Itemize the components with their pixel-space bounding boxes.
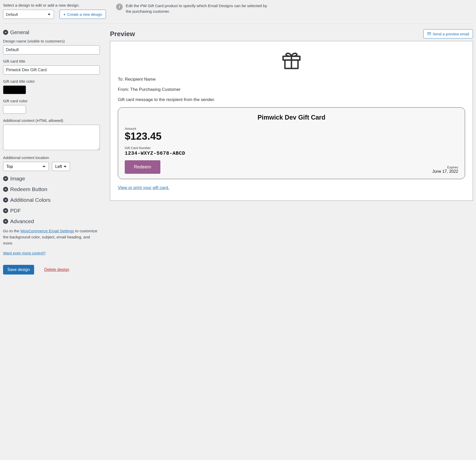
chevron-down-icon	[3, 208, 8, 213]
woocommerce-settings-link[interactable]: WooCommerce Email Settings	[20, 229, 74, 233]
gift-card-title-field: Gift card title	[3, 59, 100, 75]
section-advanced[interactable]: Advanced	[3, 218, 100, 224]
info-block: i Edit the PW Gift Card product to speci…	[116, 3, 473, 15]
preview-header: Preview Send a preview email	[110, 29, 473, 38]
design-select[interactable]: Default	[3, 10, 54, 19]
preview-to: To: Recipient Name	[118, 77, 465, 82]
additional-location-field: Additional content location Top Left	[3, 155, 100, 171]
delete-design-link[interactable]: Delete design	[44, 267, 69, 272]
additional-content-label: Additional content (HTML allowed)	[3, 118, 100, 123]
card-footer: Redeem Expires June 17, 2022	[125, 160, 458, 174]
section-pdf-label: PDF	[10, 208, 21, 214]
expires-date: June 17, 2022	[432, 169, 458, 174]
card-color-swatch[interactable]	[3, 105, 26, 114]
design-name-label: Design name (visible to customers)	[3, 39, 100, 44]
save-design-button[interactable]: Save design	[3, 265, 34, 275]
additional-content-field: Additional content (HTML allowed)	[3, 118, 100, 151]
plus-icon: +	[63, 12, 66, 17]
preview-frame: To: Recipient Name From: The Purchasing …	[110, 41, 473, 201]
helper-text: Go to the WooCommerce Email Settings to …	[3, 228, 100, 246]
send-preview-label: Send a preview email	[433, 32, 469, 36]
preview-title: Preview	[110, 30, 135, 38]
section-redeem-button[interactable]: Redeem Button	[3, 186, 100, 192]
main-columns: General Design name (visible to customer…	[3, 29, 473, 275]
save-row: Save design Delete design	[3, 265, 100, 275]
additional-content-textarea[interactable]	[3, 125, 100, 150]
section-pdf[interactable]: PDF	[3, 208, 100, 214]
gift-card-number: 1234-WXYZ-5678-ABCD	[125, 150, 458, 156]
chevron-down-icon	[3, 187, 8, 192]
view-print-block: View or print your gift card.	[118, 185, 465, 190]
top-bar: Select a design to edit or add a new des…	[3, 3, 473, 24]
chevron-down-icon	[3, 30, 8, 35]
amount-label: Amount	[125, 127, 458, 131]
gift-icon	[118, 49, 465, 71]
amount-value: $123.45	[125, 131, 458, 142]
gift-card-preview: Pimwick Dev Gift Card Amount $123.45 Gif…	[118, 107, 465, 179]
design-selector-block: Select a design to edit or add a new des…	[3, 3, 106, 19]
section-image[interactable]: Image	[3, 176, 100, 182]
design-name-input[interactable]	[3, 45, 100, 54]
section-general[interactable]: General	[3, 29, 100, 35]
expires-block: Expires June 17, 2022	[432, 165, 458, 174]
section-general-label: General	[10, 29, 29, 35]
location-horizontal-select[interactable]: Left	[52, 162, 70, 171]
select-design-label: Select a design to edit or add a new des…	[3, 3, 106, 8]
more-control-link[interactable]: Want even more control?	[3, 251, 46, 255]
number-label: Gift Card Number	[125, 146, 458, 150]
send-preview-button[interactable]: Send a preview email	[423, 29, 473, 38]
preview-column: Preview Send a preview email To: Recipie…	[110, 29, 473, 275]
card-color-label: Gift card color	[3, 99, 100, 103]
section-redeem-label: Redeem Button	[10, 186, 47, 192]
section-colors-label: Additional Colors	[10, 197, 51, 203]
preview-message: Gift card message to the recipient from …	[118, 97, 465, 102]
gift-card-title-input[interactable]	[3, 65, 100, 75]
title-color-swatch[interactable]	[3, 85, 26, 94]
chevron-down-icon	[3, 176, 8, 181]
expires-label: Expires	[432, 165, 458, 169]
additional-location-label: Additional content location	[3, 155, 100, 160]
create-design-button[interactable]: + Create a new design	[60, 10, 106, 19]
card-color-field: Gift card color	[3, 99, 100, 114]
gift-card-title-label: Gift card title	[3, 59, 100, 64]
info-text: Edit the PW Gift Card product to specify…	[126, 3, 273, 15]
select-row: Default + Create a new design	[3, 10, 106, 19]
info-icon: i	[116, 4, 123, 10]
view-print-link[interactable]: View or print your gift card.	[118, 185, 169, 190]
preview-from: From: The Purchasing Customer	[118, 87, 465, 92]
create-design-label: Create a new design	[67, 12, 102, 17]
section-additional-colors[interactable]: Additional Colors	[3, 197, 100, 203]
envelope-icon	[427, 32, 431, 36]
chevron-down-icon	[3, 219, 8, 224]
chevron-down-icon	[3, 197, 8, 203]
title-color-field: Gift card title color	[3, 79, 100, 94]
section-image-label: Image	[10, 176, 25, 182]
redeem-button[interactable]: Redeem	[125, 160, 160, 174]
design-name-field: Design name (visible to customers)	[3, 39, 100, 54]
helper-prefix: Go to the	[3, 229, 20, 233]
title-color-label: Gift card title color	[3, 79, 100, 84]
location-vertical-select[interactable]: Top	[3, 162, 49, 171]
section-advanced-label: Advanced	[10, 218, 34, 224]
card-title: Pimwick Dev Gift Card	[125, 114, 458, 121]
settings-column: General Design name (visible to customer…	[3, 29, 100, 275]
